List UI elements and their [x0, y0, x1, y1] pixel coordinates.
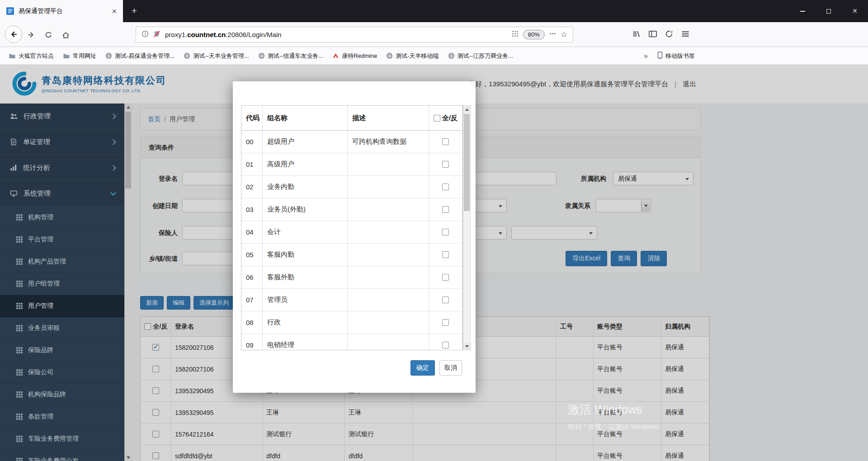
group-row-checkbox[interactable]	[442, 206, 449, 213]
group-row-checkbox[interactable]	[442, 296, 449, 303]
window-close-button[interactable]: ×	[842, 0, 868, 22]
group-col-header: 代码	[241, 106, 263, 130]
scrollbar-thumb[interactable]	[464, 114, 470, 211]
tab-close-icon[interactable]: ×	[110, 7, 118, 15]
home-button[interactable]	[61, 30, 71, 40]
group-cell: 管理员	[263, 289, 348, 311]
group-row: 00超级用户可跨机构查询数据	[241, 131, 462, 153]
group-cell	[429, 153, 462, 175]
window-minimize-button[interactable]	[789, 0, 816, 22]
group-cell	[348, 311, 429, 334]
group-table-body: 00超级用户可跨机构查询数据01高级用户02业务内勤03业务员(外勤)04会计0…	[241, 131, 462, 350]
browser-navbar: proxy1.countnet.cn:20806/Login/Main 80% …	[0, 22, 868, 47]
globe-icon	[386, 52, 393, 59]
group-cell: 03	[241, 198, 263, 221]
insecure-shield-icon[interactable]	[153, 30, 160, 39]
window-maximize-button[interactable]	[816, 0, 842, 22]
group-cell: 客服内勤	[263, 244, 348, 266]
group-row-checkbox[interactable]	[442, 342, 449, 348]
group-row-checkbox[interactable]	[442, 319, 449, 326]
group-cell	[348, 289, 429, 311]
group-cell: 02	[241, 176, 263, 198]
page-actions-icon[interactable]	[549, 30, 556, 39]
group-row: 07管理员	[241, 289, 462, 311]
redmine-icon	[332, 52, 339, 59]
browser-tab[interactable]: 易保通管理平台 ×	[0, 0, 123, 22]
group-cell	[348, 153, 429, 175]
group-cell: 01	[241, 153, 263, 175]
group-cell: 超级用户	[263, 131, 348, 153]
bookmarks-overflow-icon[interactable]: »	[644, 47, 648, 65]
group-cell: 业务内勤	[263, 176, 348, 198]
confirm-button[interactable]: 确定	[410, 360, 435, 376]
zoom-indicator[interactable]: 80%	[523, 30, 545, 39]
page-content: 青岛康特网络科技有限公司 QINGDAO COUNTNET TECHNOLOGY…	[0, 65, 868, 461]
back-button[interactable]	[5, 26, 22, 43]
browser-window: 易保通管理平台 × + × proxy	[0, 0, 868, 461]
sidebar-toggle-icon[interactable]	[648, 29, 657, 40]
group-cell	[429, 131, 462, 153]
bookmark-item[interactable]: 常用网址	[59, 50, 100, 62]
group-row: 06客服外勤	[241, 266, 462, 289]
group-col-header: 组名称	[263, 106, 348, 130]
group-cell: 电销经理	[263, 334, 348, 350]
bookmark-item[interactable]: 测试--江苏万舜业务...	[444, 50, 518, 62]
window-controls: ×	[789, 0, 868, 22]
group-cell	[429, 289, 462, 311]
group-row: 05客服内勤	[241, 244, 462, 266]
group-row-checkbox[interactable]	[442, 138, 449, 145]
group-cell	[429, 311, 462, 334]
globe-icon	[184, 52, 190, 59]
group-row: 01高级用户	[241, 153, 462, 176]
group-row-checkbox[interactable]	[442, 251, 449, 258]
group-cell: 06	[241, 266, 263, 288]
group-cell: 业务员(外勤)	[263, 198, 348, 221]
qr-grid-icon[interactable]	[512, 30, 519, 39]
group-row: 08行政	[241, 311, 462, 334]
menu-hamburger-icon[interactable]	[681, 29, 690, 40]
globe-icon	[258, 52, 265, 59]
bookmark-label: 测试--江苏万舜业务...	[458, 52, 514, 60]
folder-icon	[9, 52, 16, 60]
bookmark-item[interactable]: 火狐官方站点	[5, 50, 58, 62]
group-row-checkbox[interactable]	[442, 161, 449, 168]
titlebar: 易保通管理平台 × + ×	[0, 0, 868, 22]
bookmark-item[interactable]: 康特Redmine	[328, 50, 381, 62]
bookmark-label: 测试-天丰移动端	[396, 52, 439, 60]
group-cell	[348, 176, 429, 198]
modal-scrollbar[interactable]	[463, 105, 471, 350]
history-icon[interactable]	[665, 29, 674, 40]
group-cell	[348, 266, 429, 288]
group-cell	[348, 221, 429, 243]
bookmark-item[interactable]: 测试--天丰业务管理...	[179, 50, 253, 62]
group-cell: 客服外勤	[263, 266, 348, 288]
cancel-button[interactable]: 取消	[439, 360, 462, 376]
group-table: 代码组名称描述全/反 00超级用户可跨机构查询数据01高级用户02业务内勤03业…	[241, 105, 463, 350]
bookmark-item[interactable]: 测试-易保通业务管理...	[101, 50, 179, 62]
mobile-bookmarks-label: 移动版书签	[665, 52, 695, 60]
reload-button[interactable]	[43, 30, 53, 40]
group-select-all-checkbox[interactable]	[434, 115, 440, 122]
bookmark-item[interactable]: 测试-天丰移动端	[382, 50, 443, 62]
group-cell: 07	[241, 289, 263, 311]
globe-icon	[105, 52, 112, 59]
new-tab-button[interactable]: +	[127, 5, 141, 18]
phone-icon	[657, 52, 663, 60]
group-cell: 行政	[263, 311, 348, 334]
site-info-icon[interactable]	[142, 30, 149, 39]
group-row-checkbox[interactable]	[442, 183, 449, 190]
group-row: 02业务内勤	[241, 176, 462, 198]
scroll-down-icon[interactable]	[463, 343, 470, 350]
group-row-checkbox[interactable]	[442, 274, 449, 281]
bookmarks-list: 火狐官方站点常用网址测试-易保通业务管理...测试--天丰业务管理...测试--…	[5, 47, 517, 65]
bookmark-star-icon[interactable]: ☆	[561, 30, 567, 39]
group-row-checkbox[interactable]	[442, 229, 449, 235]
library-icon[interactable]	[632, 29, 641, 40]
url-bar[interactable]: proxy1.countnet.cn:20806/Login/Main 80% …	[136, 27, 573, 42]
bookmark-item[interactable]: 测试--信通车友业务...	[254, 50, 328, 62]
url-text[interactable]: proxy1.countnet.cn:20806/Login/Main	[165, 31, 507, 38]
mobile-bookmarks[interactable]: 移动版书签	[657, 47, 695, 65]
scroll-up-icon[interactable]	[463, 106, 470, 113]
group-cell	[429, 266, 462, 288]
forward-button[interactable]	[26, 30, 36, 40]
